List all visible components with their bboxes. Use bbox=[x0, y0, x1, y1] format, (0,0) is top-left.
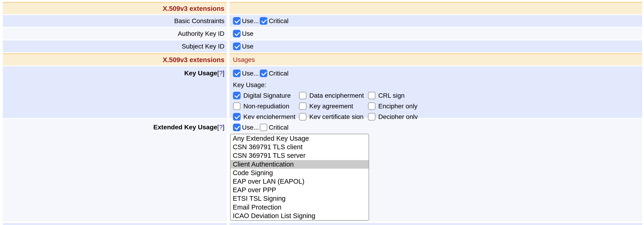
section-subtitle: Usages bbox=[230, 53, 642, 65]
certificate-profile-extensions-page: X.509v3 extensions Basic Constraints Use… bbox=[0, 0, 644, 225]
use-critical-line: Use... Critical bbox=[233, 124, 642, 131]
checkbox-label[interactable]: Encipher only bbox=[378, 103, 418, 110]
section-title: X.509v3 extensions bbox=[3, 53, 227, 65]
row-controls: Use bbox=[230, 28, 642, 40]
non-repudiation-checkbox[interactable] bbox=[233, 102, 240, 110]
listbox-option-eap-over-ppp[interactable]: EAP over PPP bbox=[231, 186, 368, 194]
key-encipherment-checkbox[interactable] bbox=[233, 113, 240, 121]
use-checkbox[interactable] bbox=[233, 124, 240, 131]
row-label-authority-key-id: Authority Key ID bbox=[3, 28, 227, 40]
listbox-option-csn-369791-tls-server[interactable]: CSN 369791 TLS server bbox=[231, 151, 368, 160]
row-label-subject-key-id: Subject Key ID bbox=[3, 41, 227, 52]
use-checkbox-label[interactable]: Use... bbox=[242, 124, 259, 131]
checkbox-label[interactable]: Data encipherment bbox=[309, 92, 364, 99]
row-controls: Use bbox=[230, 41, 642, 52]
table-row-subject-key-id: Subject Key ID Use bbox=[3, 41, 642, 52]
critical-checkbox[interactable] bbox=[260, 124, 267, 131]
key-usage-option: Encipher only bbox=[368, 102, 642, 110]
use-checkbox[interactable] bbox=[233, 43, 240, 50]
extended-key-usage-listbox[interactable]: Any Extended Key Usage CSN 369791 TLS cl… bbox=[230, 134, 369, 220]
critical-checkbox-label[interactable]: Critical bbox=[269, 17, 288, 25]
key-usage-option: CRL sign bbox=[368, 92, 642, 99]
help-bracket-close: ] bbox=[222, 70, 224, 77]
help-bracket-open: [ bbox=[217, 70, 219, 77]
help-bracket-open: [ bbox=[217, 124, 219, 131]
use-critical-line: Use... Critical bbox=[233, 70, 642, 77]
decipher-only-checkbox[interactable] bbox=[368, 113, 376, 121]
section-title: X.509v3 extensions bbox=[3, 2, 227, 14]
table-row-basic-constraints: Basic Constraints Use... Critical bbox=[3, 15, 642, 27]
use-checkbox-label[interactable]: Use... bbox=[242, 70, 259, 77]
key-usage-group-label: Key Usage: bbox=[233, 81, 642, 89]
use-checkbox[interactable] bbox=[233, 17, 240, 25]
row-label-key-usage: Key Usage[?] bbox=[3, 66, 227, 118]
key-usage-option: Digital Signature bbox=[233, 92, 299, 99]
section-header-row-2: X.509v3 extensions Usages bbox=[3, 53, 642, 65]
listbox-option-etsi-tsl-signing[interactable]: ETSI TSL Signing bbox=[231, 194, 368, 203]
critical-checkbox-label[interactable]: Critical bbox=[269, 70, 288, 77]
crl-sign-checkbox[interactable] bbox=[368, 92, 376, 99]
help-bracket-close: ] bbox=[222, 124, 224, 131]
checkbox-label[interactable]: Digital Signature bbox=[243, 92, 291, 99]
row-label bbox=[3, 223, 227, 225]
checkbox-label[interactable]: CRL sign bbox=[378, 92, 404, 99]
encipher-only-checkbox[interactable] bbox=[368, 102, 376, 110]
listbox-option-client-authentication[interactable]: Client Authentication bbox=[231, 160, 368, 169]
listbox-option-eap-over-lan[interactable]: EAP over LAN (EAPOL) bbox=[231, 177, 368, 186]
row-controls: Use... Critical bbox=[230, 15, 642, 27]
critical-checkbox-label[interactable]: Critical bbox=[269, 124, 288, 131]
row-controls: Use... Critical Any Extended Key Usage C… bbox=[230, 119, 642, 221]
use-checkbox-label[interactable]: Use bbox=[242, 43, 254, 50]
use-checkbox-label[interactable]: Use bbox=[242, 30, 254, 38]
help-link: [?] bbox=[217, 70, 224, 77]
help-question-icon[interactable]: ? bbox=[219, 70, 223, 77]
field-label: Extended Key Usage bbox=[154, 124, 217, 131]
listbox-option-code-signing[interactable]: Code Signing bbox=[231, 169, 368, 177]
key-usage-options-grid: Digital Signature Data encipherment CRL … bbox=[233, 92, 642, 121]
data-encipherment-checkbox[interactable] bbox=[299, 92, 306, 99]
table-row-extended-key-usage: Extended Key Usage[?] Use... Critical An… bbox=[3, 119, 642, 221]
checkbox-label[interactable]: Key agreement bbox=[309, 103, 353, 110]
extensions-table: X.509v3 extensions Basic Constraints Use… bbox=[0, 0, 644, 225]
row-controls bbox=[230, 223, 642, 225]
listbox-option-email-protection[interactable]: Email Protection bbox=[231, 203, 368, 211]
key-usage-option: Key agreement bbox=[299, 102, 368, 110]
checkbox-label[interactable]: Non-repudiation bbox=[243, 103, 289, 110]
use-checkbox[interactable] bbox=[233, 30, 240, 38]
listbox-option-icao-deviation-list-signing[interactable]: ICAO Deviation List Signing bbox=[231, 211, 368, 220]
digital-signature-checkbox[interactable] bbox=[233, 92, 240, 99]
table-row-next-partial bbox=[3, 223, 642, 225]
row-controls: Use... Critical Key Usage: Digital Signa… bbox=[230, 66, 642, 118]
table-row-key-usage: Key Usage[?] Use... Critical Key Usage: … bbox=[3, 66, 642, 118]
field-label: Key Usage bbox=[184, 70, 217, 77]
help-link: [?] bbox=[217, 124, 224, 131]
use-checkbox[interactable] bbox=[233, 70, 240, 77]
section-header-row-1: X.509v3 extensions bbox=[3, 2, 642, 14]
help-question-icon[interactable]: ? bbox=[219, 124, 223, 131]
critical-checkbox[interactable] bbox=[260, 17, 267, 25]
listbox-option-csn-369791-tls-client[interactable]: CSN 369791 TLS client bbox=[231, 143, 368, 151]
key-agreement-checkbox[interactable] bbox=[299, 102, 306, 110]
critical-checkbox[interactable] bbox=[260, 70, 267, 77]
row-label-extended-key-usage: Extended Key Usage[?] bbox=[3, 119, 227, 221]
key-usage-option: Data encipherment bbox=[299, 92, 368, 99]
section-subtitle bbox=[230, 2, 642, 14]
table-row-authority-key-id: Authority Key ID Use bbox=[3, 28, 642, 40]
key-certificate-sign-checkbox[interactable] bbox=[299, 113, 306, 121]
listbox-option-any-extended-key-usage[interactable]: Any Extended Key Usage bbox=[231, 134, 368, 143]
key-usage-option: Non-repudiation bbox=[233, 102, 299, 110]
row-label-basic-constraints: Basic Constraints bbox=[3, 15, 227, 27]
use-checkbox-label[interactable]: Use... bbox=[242, 17, 259, 25]
